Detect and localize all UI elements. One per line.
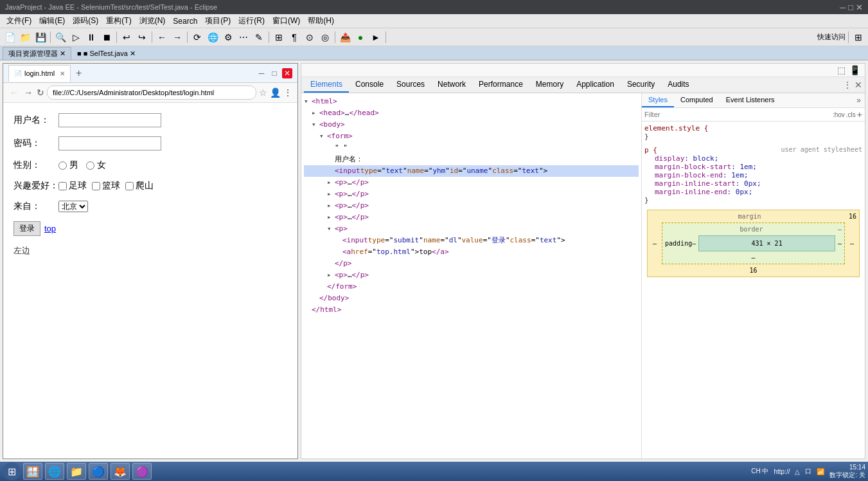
menu-file[interactable]: 文件(F) [3,14,35,28]
toolbar-stop[interactable]: ⏹ [100,30,114,44]
bookmark-icon[interactable]: ☆ [259,87,267,98]
tab-elements[interactable]: Elements [304,77,349,93]
browser-tab[interactable]: 📄 login.html ✕ [8,65,71,82]
toolbar-green-dot[interactable]: ● [353,30,368,44]
triangle-p4[interactable] [327,212,335,223]
tab-application[interactable]: Application [570,77,621,93]
tab-console[interactable]: Console [349,77,390,93]
triangle-p5[interactable] [327,223,335,235]
html-line-form-close[interactable]: </form> [304,281,639,293]
html-line-p3[interactable]: <p>…</p> [304,200,639,212]
toolbar-settings[interactable]: ⚙ [221,30,235,44]
menu-navigate[interactable]: 浏览(N) [136,14,170,28]
device-icon[interactable]: 📱 [847,65,862,75]
menu-help[interactable]: 帮助(H) [304,14,338,28]
tab-audits[interactable]: Audits [661,77,695,93]
filter-hov-btn[interactable]: :hov [833,111,845,118]
toolbar-nav-fwd[interactable]: → [170,30,184,44]
toolbar-more3[interactable]: ⊙ [303,30,317,44]
tab-security[interactable]: Security [621,77,661,93]
html-line-p5-open[interactable]: <p> [304,223,639,235]
triangle-html[interactable] [304,96,312,107]
menu-run[interactable]: 运行(R) [235,14,269,28]
html-line-body-close[interactable]: </body> [304,293,639,304]
tab-sources[interactable]: Sources [390,77,431,93]
triangle-head[interactable] [312,107,319,119]
html-line-form[interactable]: <form> [304,131,639,142]
html-line-html-close[interactable]: </html> [304,304,639,316]
eclipse-tab-project[interactable]: 项目资源管理器 ✕ [3,47,71,60]
toolbar-run[interactable]: ▷ [69,30,83,44]
menu-refactor[interactable]: 重构(T) [102,14,135,28]
address-input[interactable] [47,86,256,100]
html-line-p6[interactable]: <p>…</p> [304,269,639,281]
html-line-text1[interactable]: " " [304,142,639,154]
toolbar-debug[interactable]: 🔍 [53,30,67,44]
menu-edit[interactable]: 编辑(E) [35,14,69,28]
browser-minimize[interactable]: ─ [256,68,267,78]
eclipse-tab-editor[interactable]: ■ ■ SelTest.java ✕ [71,48,141,60]
football-checkbox[interactable] [58,182,67,190]
hobby-basketball[interactable]: 篮球 [92,180,120,192]
toolbar-more2[interactable]: ⊞ [272,30,286,44]
browser-close[interactable]: ✕ [282,68,292,78]
gender-male-radio[interactable] [58,161,67,170]
menu-source[interactable]: 源码(S) [69,14,102,28]
toolbar-undo[interactable]: ↩ [120,30,134,44]
window-controls[interactable]: ─ □ ✕ [840,3,863,12]
forward-btn[interactable]: → [22,87,34,98]
filter-cls-btn[interactable]: .cls [846,111,856,118]
toolbar-para[interactable]: ¶ [287,30,301,44]
toolbar-export[interactable]: 📤 [338,30,352,44]
triangle-p2[interactable] [327,188,335,200]
refresh-btn[interactable]: ↻ [37,87,44,98]
username-input[interactable] [58,113,161,127]
triangle-p6[interactable] [327,269,335,281]
triangle-p3[interactable] [327,200,335,212]
html-line-p1[interactable]: <p>…</p> [304,177,639,188]
html-line-input-text[interactable]: <input type="text" name="yhm" id="uname"… [304,165,639,177]
menu-search[interactable]: Search [169,15,201,27]
toolbar-nav-back[interactable]: ← [155,30,169,44]
basketball-checkbox[interactable] [92,182,100,190]
menu-project[interactable]: 项目(P) [201,14,235,28]
styles-tab-computed[interactable]: Computed [674,93,720,107]
tab-close-btn[interactable]: ✕ [60,70,65,77]
html-line-head[interactable]: <head>…</head> [304,107,639,119]
password-input[interactable] [58,136,161,150]
html-line-input-submit[interactable]: <input type="submit" name="dl" value="登录… [304,235,639,246]
top-link[interactable]: top [44,224,56,233]
html-line-body[interactable]: <body> [304,119,639,131]
login-button[interactable]: 登录 [13,221,40,236]
triangle-form[interactable] [319,131,327,142]
toolbar-refresh[interactable]: ⟳ [190,30,204,44]
toolbar-more1[interactable]: ⋯ [236,30,251,44]
elements-panel[interactable]: <html> <head>…</head> <body> <form> [301,93,642,458]
toolbar-grid[interactable]: ⊞ [851,30,865,44]
minimize-btn[interactable]: ─ [840,3,846,12]
climbing-checkbox[interactable] [125,182,134,190]
toolbar-pen[interactable]: ✎ [252,30,266,44]
styles-tab-more-icon[interactable]: » [853,93,865,107]
html-line-html[interactable]: <html> [304,96,639,107]
triangle-p1[interactable] [327,177,335,188]
html-line-p2[interactable]: <p>…</p> [304,188,639,200]
toolbar-more4[interactable]: ◎ [318,30,332,44]
html-line-p5-close[interactable]: </p> [304,258,639,269]
triangle-body[interactable] [312,119,319,131]
close-btn[interactable]: ✕ [856,3,863,12]
browser-maximize[interactable]: □ [269,68,279,78]
gender-male[interactable]: 男 [58,159,78,171]
devtools-more-icon[interactable]: ⋮ [843,80,852,90]
toolbar-pause[interactable]: ⏸ [84,30,98,44]
styles-filter-input[interactable] [644,111,833,118]
inspect-icon[interactable]: ⬚ [835,65,847,75]
toolbar-new[interactable]: 📄 [3,30,17,44]
tab-memory[interactable]: Memory [529,77,570,93]
hobby-football[interactable]: 足球 [58,180,87,192]
gender-female-radio[interactable] [86,161,94,170]
devtools-close-btn[interactable]: ✕ [855,80,862,90]
gender-female[interactable]: 女 [86,159,106,171]
styles-tab-event-listeners[interactable]: Event Listeners [720,93,781,107]
tab-performance[interactable]: Performance [472,77,529,93]
